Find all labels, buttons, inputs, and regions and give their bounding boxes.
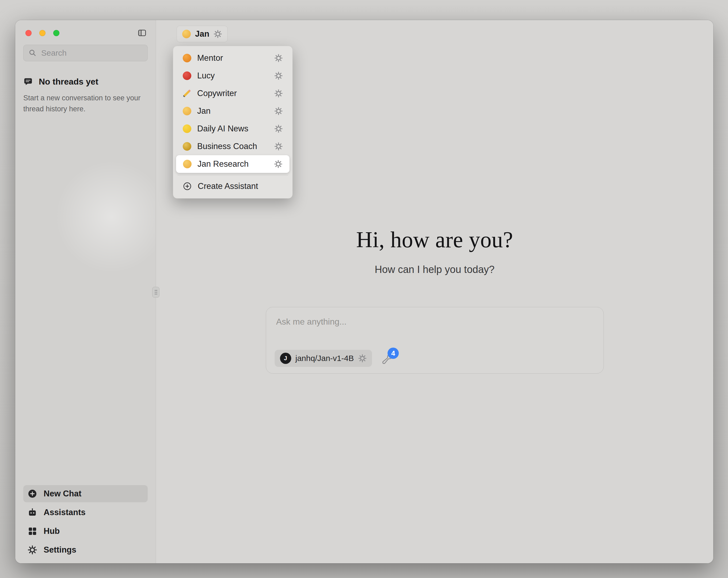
assistant-menu-item[interactable]: Business Coach [176, 137, 290, 155]
money-bag-icon [183, 142, 191, 151]
sidebar-item-hub[interactable]: Hub [23, 523, 148, 540]
composer-input[interactable] [266, 307, 603, 339]
tools-count-badge: 4 [387, 348, 399, 359]
plus-circle-outline-icon [183, 182, 192, 191]
assistants-icon [28, 508, 37, 517]
tools-button[interactable]: 4 [382, 351, 394, 365]
menu-separator [177, 175, 288, 175]
apple-icon [183, 71, 191, 80]
yellow-circle-icon [183, 124, 191, 133]
assistant-menu-item-label: Daily AI News [197, 124, 268, 133]
assistant-menu-item[interactable]: Mentor [176, 49, 290, 67]
assistant-menu-list: Mentor Lucy Copywriter Jan Daily AI News [176, 49, 290, 173]
model-settings-gear-icon[interactable] [358, 354, 367, 362]
create-assistant-button[interactable]: Create Assistant [176, 177, 290, 195]
assistant-menu-item[interactable]: Daily AI News [176, 120, 290, 137]
assistant-menu-item[interactable]: Lucy [176, 67, 290, 84]
composer-toolbar: J janhq/Jan-v1-4B 4 [275, 350, 394, 367]
threads-empty-state: No threads yet Start a new conversation … [23, 77, 148, 114]
assistant-dropdown-menu: Mentor Lucy Copywriter Jan Daily AI News [173, 46, 293, 199]
model-avatar: J [280, 353, 291, 364]
window-controls [23, 30, 59, 36]
wave-icon [182, 30, 191, 38]
greeting: Hi, how are you? How can I help you toda… [156, 227, 713, 275]
model-selector-chip[interactable]: J janhq/Jan-v1-4B [275, 350, 372, 367]
assistant-menu-item-label: Copywriter [197, 89, 268, 98]
minimize-button[interactable] [39, 30, 46, 36]
assistant-menu-item[interactable]: Copywriter [176, 84, 290, 102]
sidebar-toggle-icon[interactable] [136, 28, 148, 38]
settings-gear-icon [28, 545, 37, 555]
empty-state-description: Start a new conversation to see your thr… [23, 93, 141, 114]
greeting-subtitle: How can I help you today? [156, 264, 713, 275]
assistant-menu-item-label: Lucy [197, 71, 268, 80]
pencil-icon [183, 89, 191, 98]
hub-label: Hub [44, 526, 60, 536]
sidebar-nav: New Chat Assistants H [23, 485, 148, 563]
assistant-item-gear-icon[interactable] [274, 124, 283, 133]
hub-grid-icon [28, 526, 37, 536]
main-area: Jan Mentor Lucy Copywriter Jan [156, 20, 713, 563]
wave-icon [183, 107, 191, 115]
greeting-title: Hi, how are you? [156, 227, 713, 253]
titlebar [23, 20, 148, 37]
assistant-menu-item-label: Jan [197, 106, 268, 116]
sidebar-resize-handle[interactable] [152, 287, 159, 298]
search-input[interactable] [41, 48, 142, 57]
assistant-chip-label: Jan [195, 29, 209, 39]
new-chat-label: New Chat [44, 489, 81, 499]
new-chat-button[interactable]: New Chat [23, 485, 148, 502]
assistant-item-gear-icon[interactable] [274, 107, 283, 115]
assistant-item-gear-icon[interactable] [274, 54, 283, 62]
assistant-menu-item-label: Jan Research [198, 159, 268, 169]
plus-circle-icon [28, 489, 37, 499]
assistant-item-gear-icon[interactable] [274, 160, 283, 168]
search-icon [28, 49, 37, 57]
chat-bubble-icon [23, 77, 33, 86]
assistants-label: Assistants [44, 508, 86, 517]
composer[interactable]: J janhq/Jan-v1-4B 4 [266, 307, 604, 374]
assistant-item-gear-icon[interactable] [274, 142, 283, 151]
assistant-menu-item[interactable]: Jan Research [176, 155, 289, 173]
sidebar-item-assistants[interactable]: Assistants [23, 504, 148, 521]
empty-state-title: No threads yet [39, 77, 98, 87]
settings-label: Settings [44, 545, 76, 555]
assistant-menu-item-label: Mentor [197, 53, 268, 63]
app-window: No threads yet Start a new conversation … [15, 20, 713, 563]
wave-icon [183, 160, 191, 168]
assistant-settings-gear-icon[interactable] [213, 30, 222, 38]
model-name: janhq/Jan-v1-4B [295, 354, 354, 363]
assistant-item-gear-icon[interactable] [274, 71, 283, 80]
assistant-menu-item[interactable]: Jan [176, 102, 290, 120]
assistant-menu-item-label: Business Coach [197, 142, 268, 151]
assistant-item-gear-icon[interactable] [274, 89, 283, 98]
create-assistant-label: Create Assistant [198, 181, 258, 191]
zoom-button[interactable] [53, 30, 59, 36]
search-box[interactable] [23, 45, 148, 61]
sidebar: No threads yet Start a new conversation … [15, 20, 156, 563]
assistant-selector-chip[interactable]: Jan [177, 26, 228, 42]
close-button[interactable] [25, 30, 31, 36]
sidebar-item-settings[interactable]: Settings [23, 541, 148, 558]
orange-circle-icon [183, 54, 191, 62]
